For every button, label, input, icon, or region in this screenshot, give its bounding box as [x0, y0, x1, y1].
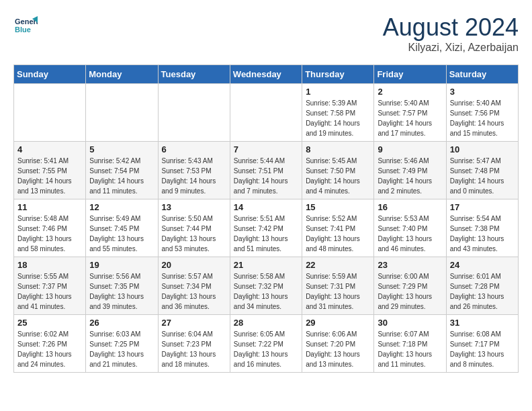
week-row-5: 25Sunrise: 6:02 AMSunset: 7:26 PMDayligh…	[14, 315, 519, 373]
day-number: 26	[89, 318, 154, 328]
day-cell: 14Sunrise: 5:51 AMSunset: 7:42 PMDayligh…	[230, 199, 302, 257]
day-number: 11	[17, 202, 82, 212]
day-info: Sunrise: 6:02 AMSunset: 7:26 PMDaylight:…	[17, 329, 82, 369]
day-number: 20	[162, 260, 226, 270]
calendar-body: 1Sunrise: 5:39 AMSunset: 7:58 PMDaylight…	[14, 84, 519, 373]
day-info: Sunrise: 6:03 AMSunset: 7:25 PMDaylight:…	[89, 329, 154, 369]
weekday-header-thursday: Thursday	[302, 65, 374, 84]
day-info: Sunrise: 5:54 AMSunset: 7:38 PMDaylight:…	[450, 214, 515, 254]
day-cell: 28Sunrise: 6:05 AMSunset: 7:22 PMDayligh…	[230, 315, 302, 373]
day-cell: 3Sunrise: 5:40 AMSunset: 7:56 PMDaylight…	[446, 84, 518, 142]
day-number: 19	[89, 260, 154, 270]
day-number: 4	[17, 144, 82, 154]
day-cell: 9Sunrise: 5:46 AMSunset: 7:49 PMDaylight…	[374, 142, 446, 199]
day-cell: 30Sunrise: 6:07 AMSunset: 7:18 PMDayligh…	[374, 315, 446, 373]
day-info: Sunrise: 5:53 AMSunset: 7:40 PMDaylight:…	[378, 214, 442, 254]
day-cell: 27Sunrise: 6:04 AMSunset: 7:23 PMDayligh…	[158, 315, 230, 373]
weekday-header-sunday: Sunday	[14, 65, 86, 84]
day-info: Sunrise: 6:07 AMSunset: 7:18 PMDaylight:…	[378, 329, 442, 369]
day-info: Sunrise: 5:55 AMSunset: 7:37 PMDaylight:…	[17, 271, 82, 312]
day-number: 23	[378, 260, 442, 270]
day-cell	[86, 84, 158, 142]
day-cell	[158, 84, 230, 142]
location: Kilyazi, Xizi, Azerbaijan	[383, 42, 519, 54]
day-cell: 15Sunrise: 5:52 AMSunset: 7:41 PMDayligh…	[302, 199, 374, 257]
logo: General Blue	[13, 13, 40, 38]
week-row-2: 4Sunrise: 5:41 AMSunset: 7:55 PMDaylight…	[14, 142, 519, 199]
calendar-table: SundayMondayTuesdayWednesdayThursdayFrid…	[13, 64, 519, 373]
day-number: 1	[306, 87, 370, 97]
day-info: Sunrise: 5:43 AMSunset: 7:53 PMDaylight:…	[162, 156, 226, 196]
day-info: Sunrise: 5:50 AMSunset: 7:44 PMDaylight:…	[162, 214, 226, 254]
day-info: Sunrise: 6:01 AMSunset: 7:28 PMDaylight:…	[450, 271, 515, 312]
day-info: Sunrise: 5:51 AMSunset: 7:42 PMDaylight:…	[234, 214, 298, 254]
day-number: 17	[450, 202, 515, 212]
day-info: Sunrise: 5:41 AMSunset: 7:55 PMDaylight:…	[17, 156, 82, 196]
week-row-4: 18Sunrise: 5:55 AMSunset: 7:37 PMDayligh…	[14, 257, 519, 315]
day-cell: 1Sunrise: 5:39 AMSunset: 7:58 PMDaylight…	[302, 84, 374, 142]
day-cell: 18Sunrise: 5:55 AMSunset: 7:37 PMDayligh…	[14, 257, 86, 315]
page-header: General Blue August 2024 Kilyazi, Xizi, …	[13, 13, 519, 54]
day-number: 7	[234, 144, 298, 154]
day-info: Sunrise: 5:40 AMSunset: 7:56 PMDaylight:…	[450, 98, 515, 138]
day-info: Sunrise: 6:00 AMSunset: 7:29 PMDaylight:…	[378, 271, 442, 312]
week-row-3: 11Sunrise: 5:48 AMSunset: 7:46 PMDayligh…	[14, 199, 519, 257]
day-cell: 23Sunrise: 6:00 AMSunset: 7:29 PMDayligh…	[374, 257, 446, 315]
day-number: 12	[89, 202, 154, 212]
day-cell: 19Sunrise: 5:56 AMSunset: 7:35 PMDayligh…	[86, 257, 158, 315]
day-info: Sunrise: 6:04 AMSunset: 7:23 PMDaylight:…	[162, 329, 226, 369]
day-number: 21	[234, 260, 298, 270]
weekday-header-wednesday: Wednesday	[230, 65, 302, 84]
day-cell: 22Sunrise: 5:59 AMSunset: 7:31 PMDayligh…	[302, 257, 374, 315]
day-cell: 6Sunrise: 5:43 AMSunset: 7:53 PMDaylight…	[158, 142, 230, 199]
day-info: Sunrise: 5:46 AMSunset: 7:49 PMDaylight:…	[378, 156, 442, 196]
day-info: Sunrise: 5:47 AMSunset: 7:48 PMDaylight:…	[450, 156, 515, 196]
day-cell: 2Sunrise: 5:40 AMSunset: 7:57 PMDaylight…	[374, 84, 446, 142]
day-cell: 10Sunrise: 5:47 AMSunset: 7:48 PMDayligh…	[446, 142, 518, 199]
month-title: August 2024	[383, 13, 519, 42]
day-number: 24	[450, 260, 515, 270]
day-number: 28	[234, 318, 298, 328]
day-number: 5	[89, 144, 154, 154]
day-info: Sunrise: 5:44 AMSunset: 7:51 PMDaylight:…	[234, 156, 298, 196]
day-info: Sunrise: 5:45 AMSunset: 7:50 PMDaylight:…	[306, 156, 370, 196]
day-cell: 25Sunrise: 6:02 AMSunset: 7:26 PMDayligh…	[14, 315, 86, 373]
logo-icon: General Blue	[13, 13, 38, 38]
day-info: Sunrise: 5:42 AMSunset: 7:54 PMDaylight:…	[89, 156, 154, 196]
day-info: Sunrise: 5:56 AMSunset: 7:35 PMDaylight:…	[89, 271, 154, 312]
day-number: 18	[17, 260, 82, 270]
weekday-header-row: SundayMondayTuesdayWednesdayThursdayFrid…	[14, 65, 519, 84]
day-info: Sunrise: 5:52 AMSunset: 7:41 PMDaylight:…	[306, 214, 370, 254]
day-cell: 13Sunrise: 5:50 AMSunset: 7:44 PMDayligh…	[158, 199, 230, 257]
day-number: 25	[17, 318, 82, 328]
day-number: 13	[162, 202, 226, 212]
day-cell: 16Sunrise: 5:53 AMSunset: 7:40 PMDayligh…	[374, 199, 446, 257]
day-number: 8	[306, 144, 370, 154]
week-row-1: 1Sunrise: 5:39 AMSunset: 7:58 PMDaylight…	[14, 84, 519, 142]
day-number: 6	[162, 144, 226, 154]
day-cell: 26Sunrise: 6:03 AMSunset: 7:25 PMDayligh…	[86, 315, 158, 373]
weekday-header-tuesday: Tuesday	[158, 65, 230, 84]
day-number: 15	[306, 202, 370, 212]
day-number: 3	[450, 87, 515, 97]
day-cell: 5Sunrise: 5:42 AMSunset: 7:54 PMDaylight…	[86, 142, 158, 199]
day-cell: 31Sunrise: 6:08 AMSunset: 7:17 PMDayligh…	[446, 315, 518, 373]
day-number: 10	[450, 144, 515, 154]
day-number: 22	[306, 260, 370, 270]
day-cell: 11Sunrise: 5:48 AMSunset: 7:46 PMDayligh…	[14, 199, 86, 257]
weekday-header-saturday: Saturday	[446, 65, 518, 84]
day-info: Sunrise: 5:48 AMSunset: 7:46 PMDaylight:…	[17, 214, 82, 254]
weekday-header-friday: Friday	[374, 65, 446, 84]
day-number: 31	[450, 318, 515, 328]
day-cell: 8Sunrise: 5:45 AMSunset: 7:50 PMDaylight…	[302, 142, 374, 199]
weekday-header-monday: Monday	[86, 65, 158, 84]
day-cell	[230, 84, 302, 142]
day-info: Sunrise: 6:08 AMSunset: 7:17 PMDaylight:…	[450, 329, 515, 369]
day-cell: 24Sunrise: 6:01 AMSunset: 7:28 PMDayligh…	[446, 257, 518, 315]
day-number: 16	[378, 202, 442, 212]
day-cell: 7Sunrise: 5:44 AMSunset: 7:51 PMDaylight…	[230, 142, 302, 199]
title-block: August 2024 Kilyazi, Xizi, Azerbaijan	[383, 13, 519, 54]
day-info: Sunrise: 5:57 AMSunset: 7:34 PMDaylight:…	[162, 271, 226, 312]
day-cell: 20Sunrise: 5:57 AMSunset: 7:34 PMDayligh…	[158, 257, 230, 315]
day-cell: 21Sunrise: 5:58 AMSunset: 7:32 PMDayligh…	[230, 257, 302, 315]
